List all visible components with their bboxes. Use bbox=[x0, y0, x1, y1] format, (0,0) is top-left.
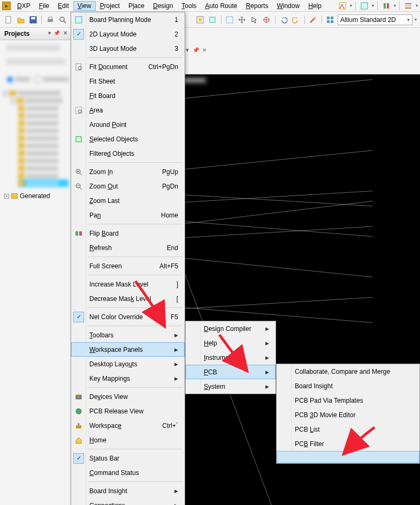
menu-view[interactable]: View bbox=[73, 1, 96, 11]
pcb-collab[interactable]: Collaborate, Compare and Merge bbox=[277, 364, 419, 379]
menu-flip-board[interactable]: Flip Board bbox=[71, 226, 185, 240]
menu-key-mappings[interactable]: Key Mappings▶ bbox=[71, 371, 185, 386]
pcb-padvia[interactable]: PCB Pad Via Templates bbox=[277, 393, 419, 408]
new-button[interactable] bbox=[3, 14, 13, 25]
menu-dxp[interactable]: DDXPXP bbox=[13, 1, 35, 11]
tb-cross[interactable] bbox=[262, 14, 272, 25]
toolbar-btn-a[interactable] bbox=[337, 1, 348, 11]
toolbar-btn-d[interactable] bbox=[403, 1, 414, 11]
pcb-filter[interactable]: PCB Filter bbox=[277, 436, 419, 451]
menu-around-point[interactable]: Around Point bbox=[71, 117, 185, 132]
toolbar-btn-c[interactable] bbox=[381, 1, 392, 11]
toolbar-btn-b[interactable] bbox=[359, 1, 370, 11]
tb-e[interactable] bbox=[195, 14, 205, 25]
projects-title: Projects bbox=[4, 30, 29, 37]
panel-header-controls[interactable]: ▾ 📌 ✕ bbox=[48, 30, 67, 36]
menu-board-planning[interactable]: Board Planning Mode1 bbox=[71, 12, 185, 27]
menu-filtered-objects[interactable]: Filtered Objects bbox=[71, 146, 185, 161]
svg-rect-5 bbox=[405, 3, 411, 4]
menu-area[interactable]: Area bbox=[71, 103, 185, 117]
menu-desktop-layouts[interactable]: Desktop Layouts▶ bbox=[71, 357, 185, 371]
submenu-pcb[interactable]: PCB▶ bbox=[186, 365, 276, 379]
menu-design[interactable]: Design bbox=[149, 1, 177, 11]
menubar: ▸ DDXPXP File Edit View Project Place De… bbox=[0, 0, 420, 12]
menu-help[interactable]: Help bbox=[304, 1, 326, 11]
menu-workspace[interactable]: WorkspaceCtrl+` bbox=[71, 418, 185, 433]
submenu-design-compiler[interactable]: Design Compiler▶ bbox=[186, 321, 276, 336]
menu-tools[interactable]: Tools bbox=[177, 1, 201, 11]
svg-rect-54 bbox=[76, 425, 81, 428]
tb-g[interactable] bbox=[308, 14, 318, 25]
menu-autoroute[interactable]: Auto Route bbox=[201, 1, 241, 11]
menu-fit-sheet[interactable]: Fit Sheet bbox=[71, 74, 185, 88]
tb-move[interactable] bbox=[237, 14, 247, 25]
redo-button[interactable] bbox=[291, 14, 301, 25]
submenu-system[interactable]: System▶ bbox=[186, 379, 276, 394]
menu-command-status[interactable]: Command Status bbox=[71, 465, 185, 480]
expand-icon[interactable]: + bbox=[4, 194, 9, 199]
menu-window[interactable]: Window bbox=[272, 1, 304, 11]
svg-rect-15 bbox=[198, 18, 202, 21]
menu-home[interactable]: Home bbox=[71, 433, 185, 447]
menu-refresh[interactable]: RefreshEnd bbox=[71, 240, 185, 255]
menu-dec-mask[interactable]: Decrease Mask Level[ bbox=[71, 291, 185, 306]
projects-tree[interactable]: − − bbox=[0, 40, 72, 190]
svg-line-43 bbox=[80, 173, 82, 175]
check-icon: ✓ bbox=[73, 312, 84, 322]
menu-edit[interactable]: Edit bbox=[54, 1, 73, 11]
menu-net-color[interactable]: ✓ Net Color OverrideF5 bbox=[71, 310, 185, 324]
submenu-help[interactable]: Help▶ bbox=[186, 336, 276, 350]
menu-inc-mask[interactable]: Increase Mask Level] bbox=[71, 277, 185, 291]
save-button[interactable] bbox=[28, 14, 38, 25]
workspace-icon bbox=[74, 421, 83, 431]
tb-f[interactable] bbox=[207, 14, 217, 25]
area-icon bbox=[74, 105, 83, 115]
tb-grid-icon[interactable] bbox=[325, 14, 335, 25]
menu-file[interactable]: File bbox=[35, 1, 54, 11]
undo-button[interactable] bbox=[279, 14, 289, 25]
menu-board-insight[interactable]: Board Insight▶ bbox=[71, 484, 185, 498]
svg-point-12 bbox=[60, 17, 64, 21]
menu-pcb-release[interactable]: PCB Release View bbox=[71, 404, 185, 418]
menu-place[interactable]: Place bbox=[124, 1, 149, 11]
menu-fit-board[interactable]: Fit Board bbox=[71, 88, 185, 103]
svg-rect-17 bbox=[226, 17, 233, 23]
print-button[interactable] bbox=[45, 14, 55, 25]
menu-2d-layout[interactable]: ✓ 2D Layout Mode2 bbox=[71, 27, 185, 41]
menu-zoom-in[interactable]: Zoom InPgUp bbox=[71, 164, 185, 179]
pcb-3d-movie[interactable]: PCB 3D Movie Editor bbox=[277, 408, 419, 422]
layer-set-value: Altium Standard 2D bbox=[340, 16, 396, 24]
zoom-in-icon bbox=[74, 167, 83, 177]
svg-rect-16 bbox=[210, 17, 215, 22]
tb-select[interactable] bbox=[224, 14, 234, 25]
layer-set-combo[interactable]: Altium Standard 2D bbox=[338, 14, 413, 25]
menu-devices-view[interactable]: Devices View bbox=[71, 389, 185, 404]
menu-reports[interactable]: Reports bbox=[241, 1, 272, 11]
pcb-board-insight[interactable]: Board Insight bbox=[277, 379, 419, 393]
menu-full-screen[interactable]: Full ScreenAlt+F5 bbox=[71, 259, 185, 273]
panel-dock-controls[interactable]: ▼ 📌 ✕ bbox=[185, 47, 207, 53]
menu-fit-document[interactable]: Fit DocumentCtrl+PgDn bbox=[71, 59, 185, 74]
menu-selected-objects[interactable]: Selected Objects bbox=[71, 132, 185, 146]
zoom-out-icon bbox=[74, 182, 83, 191]
devices-icon bbox=[74, 392, 83, 402]
pcb-list[interactable]: PCB List bbox=[277, 422, 419, 436]
menu-3d-layout[interactable]: 3D Layout Mode3 bbox=[71, 41, 185, 56]
open-button[interactable] bbox=[16, 14, 26, 25]
menubar-right-tools: ▾ ▾ ▾ ▾ bbox=[337, 1, 418, 11]
generated-node[interactable]: + Generated bbox=[0, 190, 72, 202]
submenu-instruments[interactable]: Instruments▶ bbox=[186, 350, 276, 365]
menu-workspace-panels[interactable]: Workspace Panels▶ bbox=[71, 342, 185, 357]
menu-status-bar[interactable]: ✓ Status Bar bbox=[71, 451, 185, 465]
menu-zoom-last[interactable]: Zoom Last bbox=[71, 193, 185, 208]
menu-toolbars[interactable]: Toolbars▶ bbox=[71, 328, 185, 342]
tb-cursor[interactable] bbox=[249, 14, 259, 25]
pcb-highlighted[interactable] bbox=[277, 451, 419, 463]
view-menu-dropdown: Board Planning Mode1 ✓ 2D Layout Mode2 3… bbox=[71, 12, 185, 505]
svg-rect-51 bbox=[76, 395, 81, 399]
menu-pan[interactable]: PanHome bbox=[71, 208, 185, 222]
menu-zoom-out[interactable]: Zoom OutPgDn bbox=[71, 179, 185, 193]
menu-connections[interactable]: Connections▶ bbox=[71, 498, 185, 505]
preview-button[interactable] bbox=[57, 14, 67, 25]
menu-project[interactable]: Project bbox=[96, 1, 124, 11]
